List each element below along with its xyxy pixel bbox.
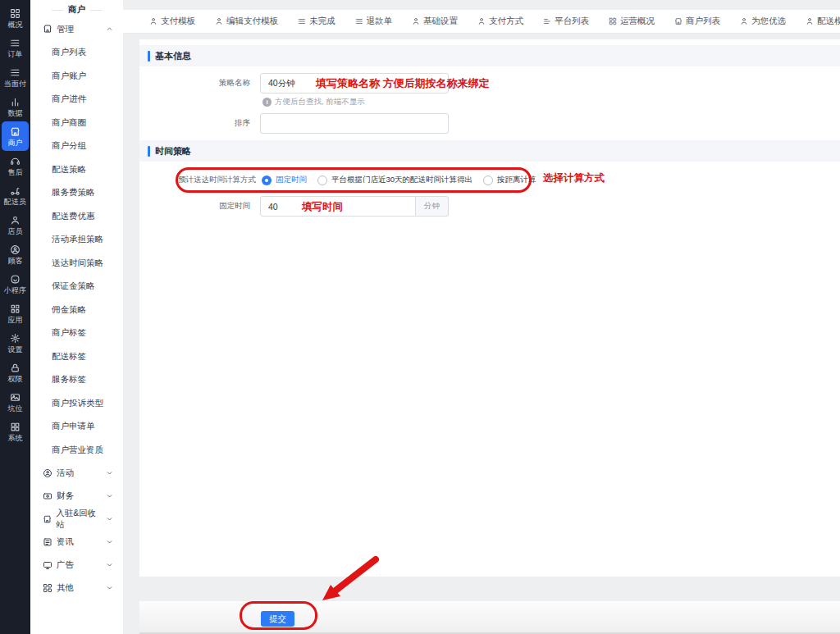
calc-method-label: 预计送达时间计算方式 xyxy=(139,170,256,190)
rail-item-应用[interactable]: 应用 xyxy=(2,299,29,328)
person-icon xyxy=(740,17,748,25)
rail-item-label: 小程序 xyxy=(4,286,26,294)
sidebar-item-佣金策略[interactable]: 佣金策略 xyxy=(30,299,123,322)
tab-label: 支付模板 xyxy=(161,16,195,27)
primary-nav-rail: 概况订单当面付数据商户售后配送员店员顾客小程序应用设置权限坑位系统 xyxy=(0,0,30,634)
person-icon xyxy=(149,17,158,25)
rail-item-售后[interactable]: 售后 xyxy=(2,151,29,180)
rail-item-数据[interactable]: 数据 xyxy=(2,92,29,121)
sidebar-group-活动[interactable]: 活动 xyxy=(30,462,123,485)
sidebar-item-商户进件[interactable]: 商户进件 xyxy=(30,88,123,112)
rail-item-订单[interactable]: 订单 xyxy=(2,33,29,62)
rail-item-概况[interactable]: 概况 xyxy=(2,3,29,33)
rail-item-label: 顾客 xyxy=(7,257,22,265)
rail-item-店员[interactable]: 店员 xyxy=(2,210,29,239)
rail-item-系统[interactable]: 系统 xyxy=(2,417,29,446)
store-icon xyxy=(43,24,52,35)
sidebar-item-list: 商户列表商户账户商户进件商户商圈商户分组配送策略服务费策略配送费优惠活动承担策略… xyxy=(30,41,123,462)
fixed-time-unit: 分钟 xyxy=(416,196,449,217)
rail-item-label: 数据 xyxy=(7,109,22,117)
rail-item-当面付[interactable]: 当面付 xyxy=(2,62,29,92)
rail-item-label: 店员 xyxy=(7,227,22,235)
divider xyxy=(52,10,63,11)
rail-item-小程序[interactable]: 小程序 xyxy=(2,269,29,299)
sidebar-item-商户列表[interactable]: 商户列表 xyxy=(30,41,123,65)
tab-配送模式[interactable]: 配送模式 xyxy=(806,16,840,27)
sidebar-group-广告[interactable]: 广告 xyxy=(30,554,123,577)
sidebar-item-商户商圈[interactable]: 商户商圈 xyxy=(30,112,123,135)
chevron-down-icon xyxy=(106,491,113,501)
tab-退款单[interactable]: 退款单 xyxy=(355,16,393,27)
grid-icon xyxy=(10,8,21,19)
store-icon xyxy=(674,17,682,25)
radio-fixed-time[interactable]: 固定时间 xyxy=(262,175,307,185)
sidebar-item-配送费优惠[interactable]: 配送费优惠 xyxy=(30,205,123,229)
sidebar-item-服务标签[interactable]: 服务标签 xyxy=(30,368,123,392)
tab-运营概况[interactable]: 运营概况 xyxy=(609,16,655,27)
chevron-up-icon xyxy=(106,25,113,33)
list-icon xyxy=(355,17,363,25)
tab-未完成[interactable]: 未完成 xyxy=(298,16,336,27)
rail-item-label: 权限 xyxy=(7,375,22,383)
tab-基础设置[interactable]: 基础设置 xyxy=(412,16,458,27)
submit-button[interactable]: 提交 xyxy=(261,611,294,627)
rail-item-权限[interactable]: 权限 xyxy=(2,358,29,387)
top-tab-bar: 支付模板编辑支付模板未完成退款单基础设置支付方式平台列表运营概况商户列表为您优选… xyxy=(123,10,840,34)
chevron-down-icon xyxy=(106,514,113,524)
tab-支付方式[interactable]: 支付方式 xyxy=(477,16,523,27)
sidebar-item-商户申请单[interactable]: 商户申请单 xyxy=(30,415,123,439)
sidebar-item-商户分组[interactable]: 商户分组 xyxy=(30,135,123,158)
radio-by-distance[interactable]: 按距离计算 xyxy=(483,175,536,185)
section-title: 基本信息 xyxy=(155,50,191,62)
annotation-fixed-note: 填写时间 xyxy=(302,200,343,214)
system-icon xyxy=(10,422,21,432)
tab-label: 支付方式 xyxy=(489,16,523,27)
sidebar-group-label: 入驻&回收站 xyxy=(56,508,102,531)
tab-支付模板[interactable]: 支付模板 xyxy=(149,16,195,27)
tab-为您优选[interactable]: 为您优选 xyxy=(740,16,786,27)
tab-商户列表[interactable]: 商户列表 xyxy=(674,16,720,27)
sidebar-item-商户账户[interactable]: 商户账户 xyxy=(30,65,123,89)
tab-编辑支付模板[interactable]: 编辑支付模板 xyxy=(215,16,278,27)
list-icon xyxy=(10,38,21,48)
sidebar-title: 商户 xyxy=(30,2,123,18)
money-icon xyxy=(43,491,52,501)
rail-item-设置[interactable]: 设置 xyxy=(2,328,29,358)
sidebar-item-商户标签[interactable]: 商户标签 xyxy=(30,322,123,345)
form-footer: 提交 xyxy=(139,601,840,634)
sidebar-item-商户投诉类型[interactable]: 商户投诉类型 xyxy=(30,392,123,416)
sidebar-group-入驻&回收站[interactable]: 入驻&回收站 xyxy=(30,508,123,531)
name-hint: i 方便后台查找, 前端不显示 xyxy=(262,97,365,107)
section-header-time: 时间策略 xyxy=(139,140,840,162)
calc-method-radio-group: 固定时间 平台根据门店近30天的配送时间计算得出 按距离计算 xyxy=(262,170,536,190)
rail-item-配送员[interactable]: 配送员 xyxy=(2,180,29,210)
lock-icon xyxy=(10,363,21,373)
sidebar-item-配送标签[interactable]: 配送标签 xyxy=(30,345,123,369)
rail-item-label: 配送员 xyxy=(4,198,26,206)
sidebar-item-服务费策略[interactable]: 服务费策略 xyxy=(30,181,123,205)
rail-item-顾客[interactable]: 顾客 xyxy=(2,239,29,269)
sidebar-group-label: 财务 xyxy=(57,490,74,502)
sidebar-group-label: 管理 xyxy=(57,24,74,35)
sidebar-group-财务[interactable]: 财务 xyxy=(30,485,123,508)
sidebar-item-活动承担策略[interactable]: 活动承担策略 xyxy=(30,228,123,252)
sidebar-item-配送策略[interactable]: 配送策略 xyxy=(30,158,123,182)
sidebar-group-label: 活动 xyxy=(57,468,74,479)
sidebar-group-其他[interactable]: 其他 xyxy=(30,577,123,600)
sidebar-item-保证金策略[interactable]: 保证金策略 xyxy=(30,275,123,299)
chevron-down-icon xyxy=(106,492,113,499)
strategy-name-label: 策略名称 xyxy=(139,73,250,94)
sort-input[interactable] xyxy=(260,113,449,134)
tab-平台列表[interactable]: 平台列表 xyxy=(543,16,589,27)
tab-label: 运营概况 xyxy=(620,16,655,27)
grid-icon xyxy=(43,583,52,593)
list-icon xyxy=(10,67,21,78)
sidebar-group-资讯[interactable]: 资讯 xyxy=(30,531,123,554)
rail-item-坑位[interactable]: 坑位 xyxy=(2,387,29,417)
radio-platform-30days[interactable]: 平台根据门店近30天的配送时间计算得出 xyxy=(317,175,472,185)
sidebar-item-商户营业资质[interactable]: 商户营业资质 xyxy=(30,439,123,463)
radio-circle xyxy=(317,176,327,185)
sidebar-item-送达时间策略[interactable]: 送达时间策略 xyxy=(30,252,123,276)
rail-item-商户[interactable]: 商户 xyxy=(2,121,29,151)
sidebar-group-manage[interactable]: 管理 xyxy=(30,18,123,41)
